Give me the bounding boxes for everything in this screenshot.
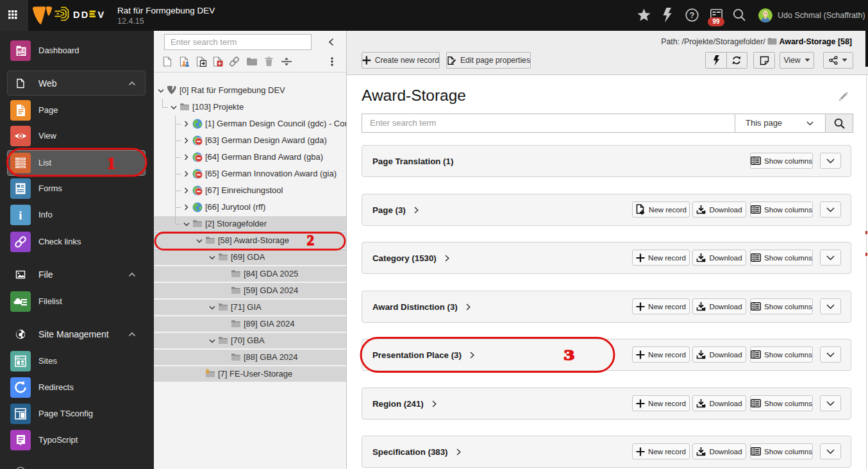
- svg-text:?: ?: [690, 10, 695, 20]
- svg-text:V: V: [98, 10, 104, 20]
- svg-text:i: i: [19, 209, 22, 222]
- svg-text:DD: DD: [73, 10, 89, 20]
